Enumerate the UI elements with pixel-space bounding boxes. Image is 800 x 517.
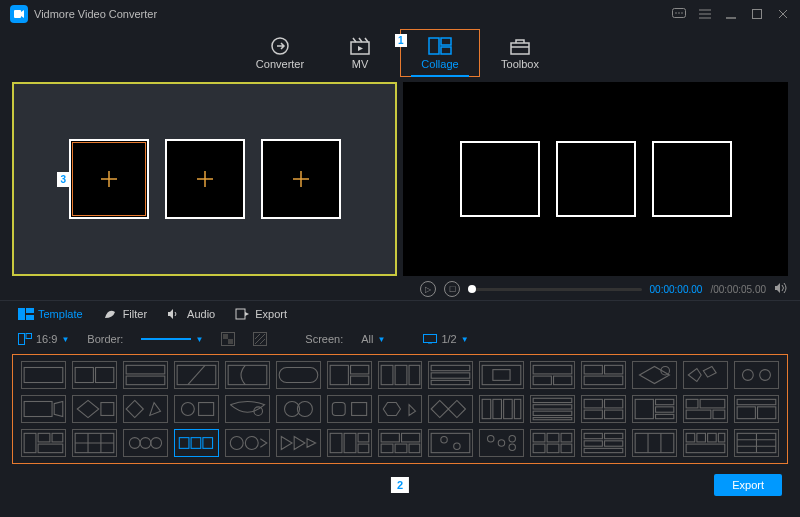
template-thumb-2[interactable] xyxy=(72,361,117,389)
tab-audio[interactable]: Audio xyxy=(167,308,215,320)
template-thumb-11[interactable] xyxy=(530,361,575,389)
svg-point-130 xyxy=(509,435,515,441)
template-thumb-8[interactable] xyxy=(378,361,423,389)
template-thumb-10[interactable] xyxy=(479,361,524,389)
template-thumb-41[interactable] xyxy=(530,429,575,457)
tab-filter[interactable]: Filter xyxy=(103,308,147,320)
template-thumb-1[interactable] xyxy=(21,361,66,389)
border-style-dropdown[interactable]: ▼ xyxy=(141,335,203,344)
template-thumb-40[interactable] xyxy=(479,429,524,457)
svg-point-129 xyxy=(509,444,515,450)
border-color-button[interactable] xyxy=(221,332,235,346)
caret-down-icon: ▼ xyxy=(61,335,69,344)
template-thumb-31[interactable] xyxy=(21,429,66,457)
svg-rect-14 xyxy=(429,38,439,54)
template-thumb-14[interactable] xyxy=(683,361,728,389)
template-thumb-30[interactable] xyxy=(734,395,779,423)
template-thumb-12[interactable] xyxy=(581,361,626,389)
svg-rect-123 xyxy=(409,444,420,453)
template-thumb-19[interactable] xyxy=(174,395,219,423)
template-thumb-43[interactable] xyxy=(632,429,677,457)
svg-rect-16 xyxy=(441,47,451,54)
svg-rect-31 xyxy=(223,334,228,339)
aspect-ratio-dropdown[interactable]: 16:9 ▼ xyxy=(18,333,69,345)
close-icon[interactable] xyxy=(776,7,790,21)
step-badge-2: 2 xyxy=(391,477,409,493)
template-thumb-13[interactable] xyxy=(632,361,677,389)
tab-filter-label: Filter xyxy=(123,308,147,320)
collage-slot-3[interactable] xyxy=(261,139,341,219)
svg-rect-54 xyxy=(432,373,471,378)
template-thumb-9[interactable] xyxy=(428,361,473,389)
template-thumb-6[interactable] xyxy=(276,361,321,389)
template-thumb-29[interactable] xyxy=(683,395,728,423)
template-thumb-35[interactable] xyxy=(225,429,270,457)
svg-rect-132 xyxy=(547,433,559,442)
nav-mv[interactable]: MV xyxy=(320,29,400,77)
template-thumb-28[interactable] xyxy=(632,395,677,423)
svg-rect-96 xyxy=(737,399,776,404)
template-thumb-20[interactable] xyxy=(225,395,270,423)
template-thumb-32[interactable] xyxy=(72,429,117,457)
template-thumb-36[interactable] xyxy=(276,429,321,457)
caret-down-icon: ▼ xyxy=(461,335,469,344)
svg-rect-81 xyxy=(533,405,572,409)
tab-template[interactable]: Template xyxy=(18,308,83,320)
template-thumb-7[interactable] xyxy=(327,361,372,389)
app-title: Vidmore Video Converter xyxy=(34,8,157,20)
template-thumb-38[interactable] xyxy=(378,429,423,457)
template-thumb-23[interactable] xyxy=(378,395,423,423)
filter-icon xyxy=(103,308,117,320)
tab-export[interactable]: Export xyxy=(235,308,287,320)
template-thumb-44[interactable] xyxy=(683,429,728,457)
play-button[interactable]: ▷ xyxy=(420,281,436,297)
svg-rect-79 xyxy=(515,399,521,418)
template-thumb-45[interactable] xyxy=(734,429,779,457)
template-thumb-34[interactable] xyxy=(174,429,219,457)
template-thumb-22[interactable] xyxy=(327,395,372,423)
stop-button[interactable]: ☐ xyxy=(444,281,460,297)
screen-dropdown[interactable]: All ▼ xyxy=(361,333,385,345)
template-thumb-17[interactable] xyxy=(72,395,117,423)
nav-converter[interactable]: Converter xyxy=(240,29,320,77)
template-thumb-21[interactable] xyxy=(276,395,321,423)
svg-rect-36 xyxy=(424,335,437,343)
tab-audio-label: Audio xyxy=(187,308,215,320)
template-thumb-3[interactable] xyxy=(123,361,168,389)
template-thumb-33[interactable] xyxy=(123,429,168,457)
template-thumb-24[interactable] xyxy=(428,395,473,423)
template-thumb-27[interactable] xyxy=(581,395,626,423)
template-thumb-39[interactable] xyxy=(428,429,473,457)
nav-toolbox[interactable]: Toolbox xyxy=(480,29,560,77)
svg-point-2 xyxy=(675,12,677,14)
seek-bar[interactable] xyxy=(468,288,642,291)
svg-rect-97 xyxy=(737,407,755,419)
collage-slot-1[interactable]: 3 xyxy=(69,139,149,219)
export-button[interactable]: Export xyxy=(714,474,782,496)
template-thumb-25[interactable] xyxy=(479,395,524,423)
template-thumb-16[interactable] xyxy=(21,395,66,423)
templates-panel xyxy=(12,354,788,464)
template-thumb-37[interactable] xyxy=(327,429,372,457)
nav-collage[interactable]: 1 Collage xyxy=(400,29,480,77)
template-thumb-18[interactable] xyxy=(123,395,168,423)
collage-slot-2[interactable] xyxy=(165,139,245,219)
collage-icon xyxy=(428,36,452,56)
svg-rect-0 xyxy=(14,10,21,18)
border-pattern-button[interactable] xyxy=(253,332,267,346)
template-thumb-5[interactable] xyxy=(225,361,270,389)
maximize-icon[interactable] xyxy=(750,7,764,21)
template-thumb-4[interactable] xyxy=(174,361,219,389)
minimize-icon[interactable] xyxy=(724,7,738,21)
template-thumb-15[interactable] xyxy=(734,361,779,389)
template-thumb-42[interactable] xyxy=(581,429,626,457)
volume-icon[interactable] xyxy=(774,282,788,296)
svg-rect-110 xyxy=(179,438,189,449)
menu-icon[interactable] xyxy=(698,7,712,21)
template-thumb-26[interactable] xyxy=(530,395,575,423)
svg-rect-86 xyxy=(584,410,602,419)
feedback-icon[interactable] xyxy=(672,7,686,21)
ratio-value: 16:9 xyxy=(36,333,57,345)
page-dropdown[interactable]: 1/2 ▼ xyxy=(423,333,468,345)
svg-rect-147 xyxy=(708,433,717,442)
